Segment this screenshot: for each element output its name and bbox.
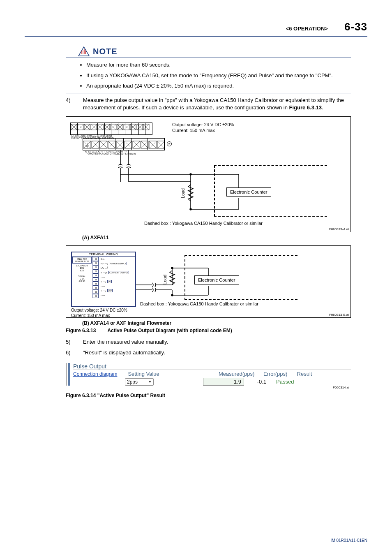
svg-point-87 bbox=[190, 173, 191, 175]
warning-icon bbox=[78, 46, 90, 56]
section-title: <6 OPERATION> bbox=[286, 25, 328, 32]
figure-a-label: (A) AXFA11 bbox=[82, 235, 367, 240]
svg-point-100 bbox=[171, 294, 173, 296]
connection-diagram-link[interactable]: Connection diagram bbox=[73, 371, 117, 377]
electronic-counter-a: Electronic Counter bbox=[226, 187, 271, 197]
svg-marker-0 bbox=[78, 47, 89, 56]
figure-a: Output voltage: 24 V DC ±20% Current: 15… bbox=[66, 116, 351, 232]
note-item: If using a YOKOGAWA CA150, set the mode … bbox=[86, 72, 351, 79]
note-item: Measure for more than 60 seconds. bbox=[86, 61, 351, 69]
step-4: 4) Measure the pulse output value in "pp… bbox=[66, 97, 351, 111]
chevron-down-icon: ▼ bbox=[148, 380, 152, 384]
note-label: NOTE bbox=[93, 47, 118, 56]
result-header: Result bbox=[287, 371, 312, 377]
electronic-counter-b: Electronic Counter bbox=[194, 275, 239, 284]
step-5: 5) Enter the measured value manually. bbox=[66, 338, 351, 346]
figure-b-label: (B) AXFA14 or AXF Integral Flowmeter bbox=[82, 320, 367, 326]
error-header: Error(pps) bbox=[254, 371, 287, 377]
page-header: <6 OPERATION> 6-33 bbox=[25, 21, 367, 37]
svg-point-88 bbox=[190, 208, 191, 210]
measured-header: Measured(pps) bbox=[210, 371, 254, 377]
pulse-output-panel: Pulse Output Connection diagram Setting … bbox=[66, 363, 351, 386]
note-item: An appropriate load (24 VDC ± 20%, 150 m… bbox=[86, 82, 351, 90]
setting-value-header: Setting Value bbox=[128, 371, 210, 377]
note-block: NOTE Measure for more than 60 seconds. I… bbox=[66, 46, 351, 93]
figure-6-3-14-caption: Figure 6.3.14 "Active Pulse Output" Resu… bbox=[66, 393, 367, 398]
svg-point-99 bbox=[171, 267, 173, 269]
figure-6-3-13-caption: Figure 6.3.13Active Pulse Output Diagram… bbox=[66, 328, 367, 333]
page-number: 6-33 bbox=[344, 21, 367, 33]
pulse-output-title: Pulse Output bbox=[73, 363, 351, 370]
result-value: Passed bbox=[276, 379, 294, 385]
error-value: -0.1 bbox=[250, 379, 266, 385]
measured-value[interactable]: 1.9 bbox=[203, 378, 244, 386]
figure-b: TERMINAL WIRING ONLY FOR REMOTE TYPE EXC… bbox=[66, 245, 351, 318]
setting-value-select[interactable]: 2pps ▼ bbox=[125, 378, 154, 386]
step-6: 6) "Result" is displayed automatically. bbox=[66, 349, 351, 356]
doc-footer: IM 01R01A11-01EN bbox=[331, 538, 368, 543]
